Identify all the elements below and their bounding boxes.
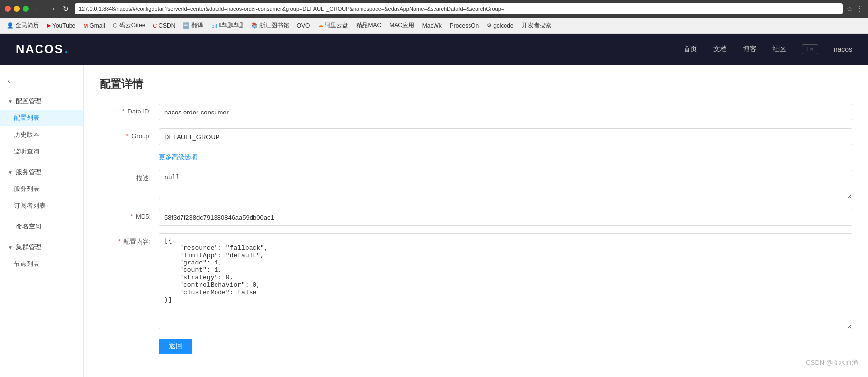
back-button[interactable]: ← <box>33 4 44 14</box>
nacos-header: NACOS. 首页 文档 博客 社区 En nacos <box>0 34 868 65</box>
bookmark-processon[interactable]: ProcessOn <box>447 21 482 30</box>
bookmark-translate[interactable]: 🔤 翻译 <box>180 20 206 31</box>
nav-home[interactable]: 首页 <box>684 45 697 54</box>
nav-blog[interactable]: 博客 <box>743 45 757 54</box>
browser-chrome: ← → ↻ 127.0.0.1:8848/nacos/#/configdetai… <box>0 0 868 18</box>
md5-label: * MD5: <box>100 209 159 220</box>
sidebar-section-cluster-header[interactable]: ▼ 集群管理 <box>0 239 83 256</box>
bookmark-youtube[interactable]: ▶ YouTube <box>44 21 78 30</box>
bookmark-zjlib[interactable]: 📚 浙江图书馆 <box>248 20 292 31</box>
minimize-button[interactable] <box>14 6 20 12</box>
gmail-icon: M <box>83 23 88 29</box>
sidebar-section-config-header[interactable]: ▼ 配置管理 <box>0 93 83 110</box>
cluster-section-arrow: ▼ <box>8 245 13 250</box>
bookmark-csdn[interactable]: C CSDN <box>150 21 178 30</box>
main-layout: ‹ ▼ 配置管理 配置列表 历史版本 监听查询 ▼ 服务管理 服务列表 <box>0 65 868 377</box>
form-row-desc: 描述: <box>100 170 852 201</box>
nacos-logo: NACOS. <box>16 42 69 56</box>
desc-label: 描述: <box>100 170 159 183</box>
bookmark-dev-search[interactable]: 开发者搜索 <box>519 20 554 31</box>
namespace-section-label: 命名空间 <box>16 222 41 231</box>
bookmark-ovo[interactable]: OVO <box>294 21 313 30</box>
address-bar[interactable]: 127.0.0.1:8848/nacos/#/configdetail?serv… <box>75 3 843 14</box>
forward-button[interactable]: → <box>46 4 58 14</box>
csdn-icon: C <box>153 23 157 29</box>
data-id-control <box>159 104 852 120</box>
collapse-icon: ‹ <box>8 77 10 85</box>
content-textarea[interactable] <box>159 233 852 329</box>
sidebar-item-config-list[interactable]: 配置列表 <box>0 110 83 126</box>
close-button[interactable] <box>5 6 11 12</box>
group-control <box>159 128 852 145</box>
user-label[interactable]: nacos <box>834 45 852 53</box>
content-control <box>159 233 852 331</box>
advanced-options-link[interactable]: 更多高级选项 <box>159 153 852 162</box>
form-row-data-id: * Data ID: <box>100 104 852 120</box>
button-row: 返回 <box>159 339 852 354</box>
config-section-label: 配置管理 <box>16 97 41 106</box>
reload-button[interactable]: ↻ <box>60 4 71 14</box>
maximize-button[interactable] <box>23 6 29 12</box>
bookmark-mac-app[interactable]: MAC应用 <box>386 20 417 31</box>
group-input[interactable] <box>159 128 852 145</box>
namespace-section-arrow: — <box>8 224 13 229</box>
bookmark-macwk[interactable]: MacWk <box>419 21 445 30</box>
form-row-content: * 配置内容: <box>100 233 852 331</box>
nacos-logo-dot: . <box>65 42 69 56</box>
extensions-icon[interactable]: ⋮ <box>856 5 863 13</box>
bilibili-icon: bili <box>211 23 217 29</box>
nav-community[interactable]: 社区 <box>772 45 786 54</box>
window-controls <box>5 6 29 12</box>
nacos-logo-text: NACOS <box>16 42 64 56</box>
page-title: 配置详情 <box>100 77 852 92</box>
bookmark-quanmin[interactable]: 👤 全民简历 <box>4 20 42 31</box>
service-section-arrow: ▼ <box>8 170 13 175</box>
youtube-icon: ▶ <box>47 22 51 29</box>
form-row-group: * Group: <box>100 128 852 145</box>
sidebar-section-config: ▼ 配置管理 配置列表 历史版本 监听查询 <box>0 93 83 160</box>
gitee-icon: ⬡ <box>113 22 118 29</box>
content-label: * 配置内容: <box>100 233 159 246</box>
bookmark-gmail[interactable]: M Gmail <box>80 21 108 30</box>
nacos-nav: 首页 文档 博客 社区 En nacos <box>684 44 852 54</box>
translate-icon: 🔤 <box>183 22 190 29</box>
sidebar-section-cluster: ▼ 集群管理 节点列表 <box>0 239 83 272</box>
browser-actions: ☆ ⋮ <box>847 5 863 13</box>
sidebar-section-service-header[interactable]: ▼ 服务管理 <box>0 164 83 181</box>
form-row-md5: * MD5: <box>100 209 852 226</box>
md5-control <box>159 209 852 226</box>
sidebar-item-history[interactable]: 历史版本 <box>0 126 83 143</box>
desc-control <box>159 170 852 201</box>
sidebar-item-nodes[interactable]: 节点列表 <box>0 256 83 272</box>
bookmark-bilibili[interactable]: bili 哔哩哔哩 <box>208 20 246 31</box>
browser-navigation: ← → ↻ <box>33 4 71 14</box>
cluster-section-label: 集群管理 <box>16 243 41 252</box>
watermark: CSDN @临水而渔 <box>806 358 858 367</box>
sidebar: ‹ ▼ 配置管理 配置列表 历史版本 监听查询 ▼ 服务管理 服务列表 <box>0 65 84 377</box>
content-area: 配置详情 * Data ID: * Group: 更多高级选项 <box>84 65 868 377</box>
bookmark-icon-quanmin: 👤 <box>7 22 14 29</box>
data-id-input[interactable] <box>159 104 852 120</box>
sidebar-item-subscribers[interactable]: 订阅者列表 <box>0 197 83 214</box>
config-section-arrow: ▼ <box>8 99 13 104</box>
bookmark-icon[interactable]: ☆ <box>847 5 853 13</box>
sidebar-item-listener[interactable]: 监听查询 <box>0 143 83 160</box>
sidebar-section-namespace: — 命名空间 <box>0 218 83 235</box>
github-icon: ⚙ <box>487 22 492 29</box>
sidebar-section-service: ▼ 服务管理 服务列表 订阅者列表 <box>0 164 83 214</box>
bookmark-aliyun[interactable]: ☁ 阿里云盘 <box>315 20 351 31</box>
bookmark-gclcode[interactable]: ⚙ gclcode <box>484 21 516 30</box>
bookmark-gitee[interactable]: ⬡ 码云Gitee <box>110 20 148 31</box>
sidebar-collapse-button[interactable]: ‹ <box>0 73 83 89</box>
sidebar-item-service-list[interactable]: 服务列表 <box>0 181 83 197</box>
md5-input[interactable] <box>159 209 852 226</box>
zjlib-icon: 📚 <box>251 22 258 29</box>
return-button[interactable]: 返回 <box>159 339 192 354</box>
nav-docs[interactable]: 文档 <box>713 45 727 54</box>
bookmarks-bar: 👤 全民简历 ▶ YouTube M Gmail ⬡ 码云Gitee C CSD… <box>0 18 868 34</box>
aliyun-icon: ☁ <box>318 22 323 29</box>
bookmark-jingpin-mac[interactable]: 精品MAC <box>353 20 384 31</box>
desc-textarea[interactable] <box>159 170 852 199</box>
sidebar-section-namespace-header[interactable]: — 命名空间 <box>0 218 83 235</box>
language-switcher[interactable]: En <box>802 44 818 54</box>
